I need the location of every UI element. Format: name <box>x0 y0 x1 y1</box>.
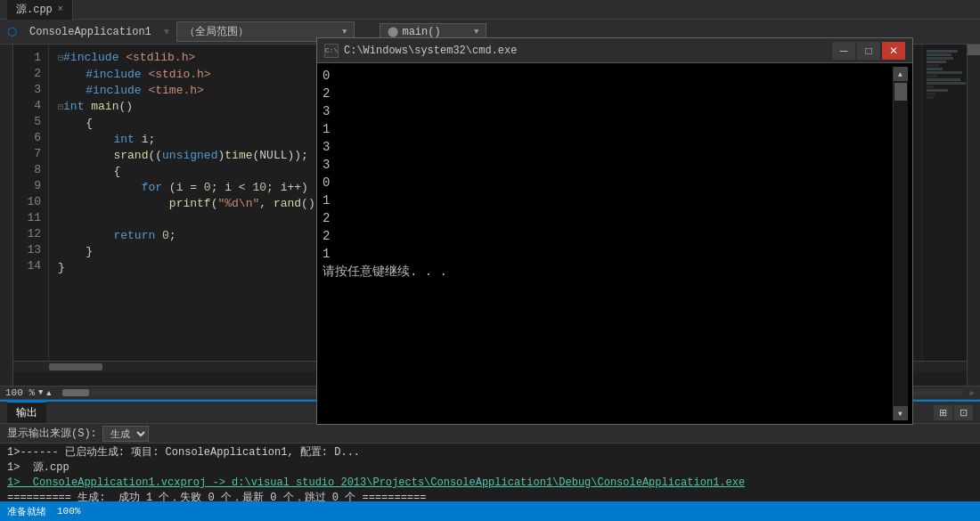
project-name: ConsoleApplication1 <box>24 24 157 40</box>
cmd-scroll-down[interactable]: ▼ <box>894 406 908 420</box>
status-zoom: 100% <box>57 506 80 517</box>
zoom-level: 100 % <box>5 387 35 398</box>
separator: ▼ <box>164 27 170 37</box>
cmd-scrollbar[interactable]: ▲ ▼ <box>893 67 907 420</box>
status-bar: 准备就绪 100% <box>0 501 980 521</box>
cmd-maximize-button[interactable]: □ <box>857 42 880 60</box>
output-line: 1> 源.cpp <box>7 460 973 476</box>
cmd-line: 3 <box>323 102 893 120</box>
cmd-titlebar[interactable]: C:\ C:\Windows\system32\cmd.exe ─ □ ✕ <box>317 38 912 63</box>
cmd-line: 2 <box>323 227 893 245</box>
cmd-close-button[interactable]: ✕ <box>882 42 905 60</box>
cmd-text: 0 2 3 1 3 3 0 1 2 2 1 请按任意键继续. . . <box>323 67 893 420</box>
source-select[interactable]: 生成 <box>102 426 149 442</box>
cmd-title: C:\Windows\system32\cmd.exe <box>344 45 827 57</box>
cmd-line: 3 <box>323 138 893 156</box>
source-tab[interactable]: 源.cpp × <box>7 0 73 20</box>
scope-label: （全局范围） <box>184 24 249 39</box>
tab-bar: 源.cpp × <box>0 0 980 20</box>
output-toolbar: 显示输出来源(S): 生成 <box>0 424 980 444</box>
h-scroll-thumb <box>62 389 89 396</box>
cmd-line: 2 <box>323 209 893 227</box>
output-tab[interactable]: 输出 <box>7 402 46 423</box>
cmd-line: 1 <box>323 191 893 209</box>
func-arrow: ▼ <box>474 28 478 37</box>
left-gutter <box>0 45 13 386</box>
cmd-scroll-thumb <box>894 83 907 101</box>
cmd-minimize-button[interactable]: ─ <box>832 42 855 60</box>
cmd-line: 0 <box>323 67 893 85</box>
tab-close-icon[interactable]: × <box>58 4 63 14</box>
scroll-right-arrow[interactable]: ▶ <box>970 388 975 398</box>
cmd-line: 1 <box>323 245 893 263</box>
source-label: 显示输出来源(S): <box>7 426 97 441</box>
cmd-window-controls: ─ □ ✕ <box>832 42 905 60</box>
output-line-link[interactable]: 1> ConsoleApplication1.vcxproj -> d:\vis… <box>7 476 973 491</box>
cmd-window: C:\ C:\Windows\system32\cmd.exe ─ □ ✕ 0 … <box>316 37 913 425</box>
h-scrollbar-thumb <box>49 363 102 370</box>
line-numbers: 12345 678910 11121314 <box>13 45 49 361</box>
cmd-line: 2 <box>323 85 893 102</box>
cmd-line: 3 <box>323 156 893 174</box>
cmd-app-icon: C:\ <box>324 44 339 58</box>
func-icon: ⬤ <box>388 26 398 37</box>
panel-pin-button[interactable]: ⊞ <box>934 405 952 420</box>
right-scrollbar-panel <box>967 45 980 386</box>
zoom-up-arrow[interactable]: ▼ <box>46 388 51 397</box>
panel-controls: ⊞ ⊡ <box>934 405 973 420</box>
project-icon: ⬡ <box>7 25 17 39</box>
scroll-up[interactable] <box>968 45 980 55</box>
cmd-scroll-track <box>894 81 908 406</box>
cmd-icon-label: C:\ <box>325 46 338 54</box>
cmd-content[interactable]: 0 2 3 1 3 3 0 1 2 2 1 请按任意键继续. . . ▲ ▼ <box>317 63 912 424</box>
cmd-line: 0 <box>323 174 893 191</box>
scope-arrow: ▼ <box>342 28 347 37</box>
panel-float-button[interactable]: ⊡ <box>954 405 973 420</box>
cmd-continue-line: 请按任意键继续. . . <box>323 263 893 281</box>
output-line: 1>------ 已启动生成: 项目: ConsoleApplication1,… <box>7 445 973 460</box>
function-label: main() <box>402 26 440 38</box>
cmd-scroll-up[interactable]: ▲ <box>894 67 908 81</box>
tab-label: 源.cpp <box>16 2 53 17</box>
zoom-down-arrow[interactable]: ▼ <box>38 388 43 397</box>
minimap <box>922 45 967 361</box>
status-ready: 准备就绪 <box>7 505 46 518</box>
cmd-line: 1 <box>323 120 893 138</box>
